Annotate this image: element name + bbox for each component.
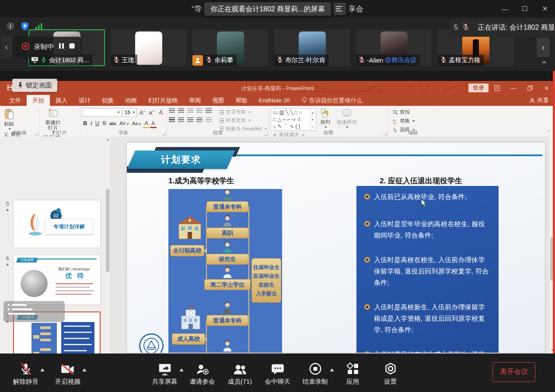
- floating-list-widget[interactable]: [3, 301, 65, 322]
- caret-up-icon[interactable]: [40, 368, 45, 371]
- character-spacing-button[interactable]: AV: [118, 120, 130, 126]
- ppt-tab[interactable]: 审阅: [184, 95, 207, 106]
- tell-me-box[interactable]: 告诉我你想要做什么: [302, 95, 363, 106]
- underline-button[interactable]: U: [94, 119, 101, 127]
- strikethrough-button[interactable]: S: [101, 119, 108, 127]
- align-center-icon[interactable]: [178, 117, 184, 122]
- ppt-minimize-icon[interactable]: —: [505, 81, 522, 95]
- dialog-launcher-icon[interactable]: [162, 132, 166, 136]
- toolbar-members-button[interactable]: 成员(71): [225, 360, 255, 386]
- quick-styles-button[interactable]: 快速样式: [335, 108, 359, 129]
- caret-up-icon[interactable]: [330, 368, 334, 371]
- line-spacing-icon[interactable]: [206, 108, 212, 113]
- participant-name: 会计1802 商...: [49, 56, 89, 64]
- align-right-icon[interactable]: [187, 117, 193, 122]
- paste-button[interactable]: 粘贴: [2, 108, 16, 130]
- collapse-videos-icon[interactable]: ⌃: [541, 60, 548, 70]
- ppt-tab[interactable]: 帮助: [230, 95, 253, 106]
- toolbar-settings-button[interactable]: 设置: [375, 360, 406, 386]
- speaking-count: 5: [454, 24, 458, 32]
- ppt-tab[interactable]: 切换: [96, 95, 119, 106]
- toolbar-invite-button[interactable]: 邀请参会: [187, 360, 218, 386]
- bullets-icon[interactable]: [169, 108, 175, 113]
- ppt-restore-icon[interactable]: [522, 81, 538, 95]
- sign-in-button[interactable]: 登录: [468, 84, 489, 92]
- ppt-tab[interactable]: 开始: [27, 95, 50, 106]
- gallery-scroll[interactable]: ▲▼≡: [311, 108, 316, 130]
- caret-up-icon[interactable]: [179, 368, 184, 371]
- find-button[interactable]: 查找: [393, 109, 415, 116]
- lock-view-button[interactable]: 锁定画面: [12, 79, 57, 92]
- maximize-button[interactable]: ☐: [515, 0, 535, 18]
- participant-tile[interactable]: 余莉攀: [192, 30, 268, 66]
- font-size-combobox[interactable]: 16: [123, 108, 137, 117]
- security-shield-icon[interactable]: [21, 22, 29, 32]
- highlight-color-button[interactable]: A: [143, 119, 150, 128]
- toolbar-apps-button[interactable]: 应用: [338, 360, 368, 386]
- slide[interactable]: 计划要求 1.成为高等学校学生 2. 应征入伍退出现役学生 普通本专科高职研究生…: [127, 143, 545, 353]
- shapes-gallery[interactable]: ▭▥╲╲□○□△⌐⌐⇨⇩⌂✎⌒∿{} ▲▼≡: [271, 108, 316, 131]
- ppt-tab[interactable]: 幻灯片放映: [143, 95, 184, 106]
- ppt-tab[interactable]: 视图: [207, 95, 230, 106]
- caret-up-icon[interactable]: [82, 368, 87, 371]
- justify-icon[interactable]: [196, 117, 202, 122]
- thumb-flow-block: [31, 323, 57, 354]
- scroll-right-icon[interactable]: ›: [537, 38, 550, 57]
- participant-tile[interactable]: 布尔兰·叶尔肯: [274, 30, 350, 66]
- align-text-button[interactable]: 对齐文本: [220, 117, 267, 124]
- layout-switch-icon[interactable]: [334, 3, 346, 15]
- toolbar-share-screen-button[interactable]: 共享屏幕: [150, 360, 180, 386]
- share-screen-icon: [158, 360, 171, 375]
- participant-badge-icon: [192, 55, 203, 66]
- ppt-tab[interactable]: 插入: [50, 95, 73, 106]
- info-icon[interactable]: [6, 22, 15, 32]
- stop-recording-icon[interactable]: [69, 42, 75, 51]
- toolbar-mic-off-button[interactable]: 解除静音: [10, 360, 41, 386]
- lock-view-label: 锁定画面: [26, 81, 52, 90]
- slide-thumbnail[interactable]: 计划优势 我们的 Advantage 优 待: [13, 255, 101, 305]
- participant-tile[interactable]: 王璁: [111, 30, 186, 66]
- numbering-icon[interactable]: [178, 108, 184, 113]
- ppt-tab[interactable]: EndNote 20: [253, 95, 296, 106]
- dialog-launcher-icon[interactable]: [383, 132, 387, 136]
- bold-button[interactable]: B: [82, 119, 88, 127]
- close-button[interactable]: ✕: [535, 0, 555, 18]
- leave-meeting-button[interactable]: 离开会议: [492, 362, 535, 382]
- ppt-tab[interactable]: 文件: [3, 95, 27, 106]
- clear-format-icon[interactable]: [157, 109, 165, 116]
- slide-thumbnail[interactable]: 02 专项计划详解: [13, 200, 101, 248]
- shrink-font-icon[interactable]: A˅: [148, 109, 155, 116]
- toolbar-label: 会中聊天: [265, 378, 290, 386]
- grow-font-icon[interactable]: A˄: [138, 109, 147, 116]
- replace-button[interactable]: abac替换: [393, 118, 415, 124]
- font-name-combobox[interactable]: [82, 108, 122, 117]
- toolbar-record-stop-button[interactable]: 结束录制: [300, 360, 331, 386]
- collapse-ribbon-icon[interactable]: ⌃: [547, 130, 551, 135]
- search-icon: [393, 110, 398, 115]
- dialog-launcher-icon[interactable]: [264, 132, 268, 136]
- change-case-button[interactable]: Aa: [131, 120, 143, 126]
- panel-scrollbar[interactable]: ▲: [105, 136, 111, 354]
- ppt-tab[interactable]: 动画: [119, 95, 143, 106]
- italic-button[interactable]: I: [89, 119, 93, 127]
- align-left-icon[interactable]: [169, 117, 175, 122]
- shadow-button[interactable]: abc: [108, 121, 118, 126]
- video-strip: 会计1802 商...王璁余莉攀布尔兰·叶尔肯-Alien@腾讯会议孟根宝力格 …: [0, 18, 555, 71]
- increase-indent-icon[interactable]: [196, 108, 202, 113]
- ppt-share-button[interactable]: 共享: [530, 95, 549, 106]
- text-direction-button[interactable]: 文字方向: [220, 109, 267, 116]
- minimize-button[interactable]: —: [495, 0, 515, 18]
- dialog-launcher-icon[interactable]: [34, 132, 38, 136]
- ribbon-display-options-icon[interactable]: [489, 81, 505, 95]
- toolbar-chat-button[interactable]: 会中聊天: [262, 360, 293, 386]
- decrease-indent-icon[interactable]: [187, 108, 193, 113]
- font-color-button[interactable]: A: [150, 119, 157, 128]
- muted-mic-icon: [440, 56, 447, 64]
- participant-tile[interactable]: -Alien@腾讯会议: [356, 30, 432, 66]
- columns-icon[interactable]: [206, 117, 212, 122]
- arrange-button[interactable]: 排列: [318, 108, 332, 129]
- scroll-left-icon[interactable]: ‹: [1, 35, 12, 59]
- toolbar-camera-off-button[interactable]: 开启视频: [52, 360, 83, 386]
- pause-recording-icon[interactable]: [58, 42, 65, 51]
- ppt-tab[interactable]: 设计: [73, 95, 96, 106]
